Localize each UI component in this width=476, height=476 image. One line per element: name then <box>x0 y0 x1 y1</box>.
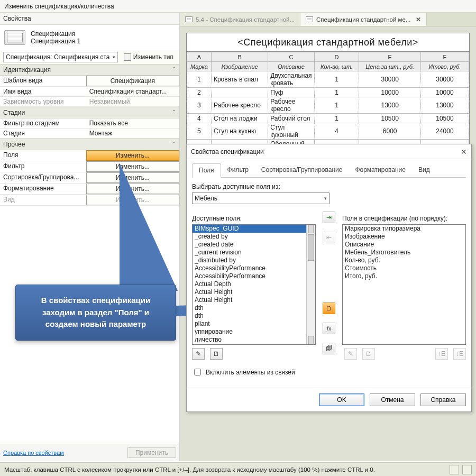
ok-button[interactable]: OK <box>319 393 364 406</box>
new-parameter-button[interactable]: 🗋 <box>323 303 335 314</box>
col-header[interactable]: Итого, руб. <box>420 62 469 71</box>
dialog-tab[interactable]: Вид <box>412 163 436 177</box>
cell[interactable]: 5 <box>187 123 212 140</box>
cell[interactable]: 1 <box>314 71 359 88</box>
property-row[interactable]: Фильтр по стадиямПоказать все <box>0 118 179 129</box>
list-item[interactable]: _created by <box>193 233 315 241</box>
apply-button[interactable]: Применить <box>127 447 176 458</box>
list-item[interactable]: AccessibilityPerformance <box>193 264 315 272</box>
property-value[interactable]: Показать все <box>86 118 179 128</box>
cell[interactable]: 1 <box>314 88 359 97</box>
combine-button[interactable]: 🗐 <box>323 343 335 354</box>
remove-field-button[interactable]: ⇤ <box>323 232 335 243</box>
move-up-button[interactable]: ↑E <box>435 348 448 360</box>
table-row[interactable]: 2Пуф11000010000 <box>187 88 469 97</box>
edit-type-button[interactable]: Изменить тип <box>121 52 176 62</box>
cell[interactable]: 3 <box>187 97 212 114</box>
cell[interactable]: 10500 <box>420 114 469 123</box>
dialog-tab[interactable]: Форматирование <box>349 163 412 177</box>
cell[interactable]: Рабочее кресло <box>211 97 268 114</box>
cell[interactable]: Стул кухонный <box>268 123 314 140</box>
list-item[interactable]: dth <box>193 312 315 320</box>
section-identification[interactable]: Идентификация⌃ <box>0 64 179 76</box>
property-row[interactable]: Зависимость уровняНезависимый <box>0 97 179 107</box>
list-item[interactable]: личество <box>193 336 315 344</box>
list-item[interactable]: Итого, руб. <box>343 272 465 280</box>
list-item[interactable]: _current revision <box>193 249 315 257</box>
table-row[interactable]: 3Рабочее креслоРабочее кресло11300013000 <box>187 97 469 114</box>
property-edit-button[interactable]: Спецификация <box>86 76 179 86</box>
include-links-checkbox[interactable] <box>194 369 201 376</box>
cell[interactable]: Двухспальная кровать <box>268 71 314 88</box>
close-tab-icon[interactable]: ✕ <box>416 16 421 23</box>
col-letter[interactable]: D <box>314 52 359 62</box>
cell[interactable]: Кровать в спал <box>211 71 268 88</box>
property-row[interactable]: ПоляИзменить... <box>0 150 179 161</box>
cell[interactable]: Пуф <box>268 88 314 97</box>
col-header[interactable]: Марка <box>187 62 212 71</box>
cell[interactable]: 10000 <box>359 88 421 97</box>
cell[interactable]: 1 <box>314 97 359 114</box>
cell[interactable]: 6000 <box>359 123 421 140</box>
col-header[interactable]: Цена за шт., руб. <box>359 62 421 71</box>
type-selector[interactable]: Спецификация: Спецификация ста▾ <box>3 52 118 62</box>
cell[interactable]: Рабочий стол <box>268 114 314 123</box>
cell[interactable]: 4 <box>314 123 359 140</box>
col-header[interactable]: Изображение <box>211 62 268 71</box>
list-item[interactable]: _distributed by <box>193 257 315 264</box>
cell[interactable]: Рабочее кресло <box>268 97 314 114</box>
available-fields-list[interactable]: BIMspec_GUID_created by_created date_cur… <box>192 224 316 345</box>
edit-param-button[interactable]: ✎ <box>192 348 205 360</box>
table-row[interactable]: 1Кровать в спалДвухспальная кровать13000… <box>187 71 469 88</box>
property-row[interactable]: Шаблон видаСпецификация <box>0 76 179 87</box>
add-field-button[interactable]: ⇥ <box>323 212 335 223</box>
section-other[interactable]: Прочее⌃ <box>0 139 179 150</box>
properties-help-link[interactable]: Справка по свойствам <box>3 450 64 456</box>
col-header[interactable]: Кол-во, шт. <box>314 62 359 71</box>
property-edit-button[interactable]: Изменить... <box>86 150 179 161</box>
cell[interactable]: 30000 <box>420 71 469 88</box>
doc-tab-active[interactable]: Спецификация стандартной ме... ✕ <box>300 13 427 26</box>
list-item[interactable]: Кол-во, руб. <box>343 257 465 264</box>
list-item[interactable]: dth <box>193 304 315 312</box>
cell[interactable]: 24000 <box>420 123 469 140</box>
blank-button[interactable]: 🗋 <box>362 348 375 360</box>
property-value[interactable]: Спецификация стандарт... <box>86 87 179 96</box>
dialog-close-button[interactable]: ✕ <box>461 148 467 156</box>
cell[interactable]: 13000 <box>359 97 421 114</box>
dialog-tab[interactable]: Фильтр <box>221 163 255 177</box>
edit-button[interactable]: ✎ <box>344 348 357 360</box>
cell[interactable]: 1 <box>187 71 212 88</box>
list-item[interactable]: Мебель_Изготовитель <box>343 249 465 257</box>
cell[interactable]: 10500 <box>359 114 421 123</box>
list-item[interactable]: BIMspec_GUID <box>193 225 315 233</box>
list-item[interactable]: Actual Depth <box>193 280 315 288</box>
cell[interactable]: 30000 <box>359 71 421 88</box>
list-item[interactable]: pliant <box>193 320 315 328</box>
list-item[interactable]: Actual Height <box>193 288 315 296</box>
delete-param-button[interactable]: 🗋 <box>210 348 223 360</box>
in-spec-fields-list[interactable]: Маркировка типоразмераИзображениеОписани… <box>342 224 466 345</box>
status-btn-1[interactable] <box>450 465 459 474</box>
help-button[interactable]: Справка <box>420 393 466 406</box>
col-header[interactable]: Описание <box>268 62 314 71</box>
cell[interactable]: 13000 <box>420 97 469 114</box>
col-letter[interactable]: E <box>359 52 421 62</box>
cell[interactable] <box>211 88 268 97</box>
table-row[interactable]: 4Стол на лоджиРабочий стол11050010500 <box>187 114 469 123</box>
section-stages[interactable]: Стадии⌃ <box>0 107 179 118</box>
cell[interactable]: Стол на лоджи <box>211 114 268 123</box>
list-item[interactable]: Стоимость <box>343 264 465 272</box>
table-row[interactable]: 5Стул на кухнюСтул кухонный4600024000 <box>187 123 469 140</box>
dialog-tab[interactable]: Поля <box>192 163 221 178</box>
property-row[interactable]: СтадияМонтаж <box>0 129 179 139</box>
list-item[interactable]: Маркировка типоразмера <box>343 225 465 233</box>
cell[interactable]: 2 <box>187 88 212 97</box>
category-select[interactable]: Мебель▾ <box>192 193 329 204</box>
cell[interactable]: 1 <box>314 114 359 123</box>
status-btn-2[interactable] <box>462 465 472 474</box>
list-item[interactable]: AccessibilityPerformance <box>193 272 315 280</box>
col-letter[interactable]: C <box>268 52 314 62</box>
col-letter[interactable]: B <box>211 52 268 62</box>
col-letter[interactable]: A <box>187 52 212 62</box>
